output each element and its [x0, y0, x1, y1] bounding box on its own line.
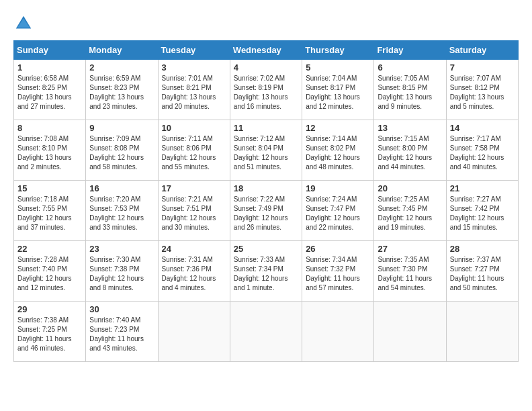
day-number: 16 — [89, 183, 154, 193]
day-number: 8 — [17, 123, 82, 133]
cell-content: Sunrise: 7:01 AMSunset: 8:21 PMDaylight:… — [162, 74, 226, 111]
calendar-cell: 4 Sunrise: 7:02 AMSunset: 8:19 PMDayligh… — [230, 60, 302, 120]
calendar-cell: 29 Sunrise: 7:38 AMSunset: 7:25 PMDaylig… — [14, 302, 86, 362]
calendar-cell: 26 Sunrise: 7:34 AMSunset: 7:32 PMDaylig… — [302, 241, 374, 302]
cell-content: Sunrise: 7:27 AMSunset: 7:42 PMDaylight:… — [450, 195, 515, 232]
day-number: 29 — [17, 304, 82, 314]
calendar-cell: 27 Sunrise: 7:35 AMSunset: 7:30 PMDaylig… — [374, 241, 446, 302]
calendar-cell: 7 Sunrise: 7:07 AMSunset: 8:12 PMDayligh… — [446, 60, 518, 120]
cell-content: Sunrise: 7:04 AMSunset: 8:17 PMDaylight:… — [306, 74, 370, 111]
cell-content: Sunrise: 7:02 AMSunset: 8:19 PMDaylight:… — [234, 74, 298, 111]
cell-content: Sunrise: 7:08 AMSunset: 8:10 PMDaylight:… — [17, 134, 82, 172]
day-number: 3 — [162, 62, 226, 73]
cell-content: Sunrise: 7:37 AMSunset: 7:27 PMDaylight:… — [450, 255, 515, 293]
calendar-table: SundayMondayTuesdayWednesdayThursdayFrid… — [13, 40, 519, 362]
logo — [13, 13, 36, 34]
cell-content: Sunrise: 7:30 AMSunset: 7:38 PMDaylight:… — [89, 255, 154, 293]
day-header: Thursday — [302, 41, 374, 60]
calendar-cell: 8 Sunrise: 7:08 AMSunset: 8:10 PMDayligh… — [14, 120, 86, 181]
day-number: 1 — [17, 62, 82, 73]
calendar-cell: 16 Sunrise: 7:20 AMSunset: 7:53 PMDaylig… — [86, 181, 158, 241]
cell-content: Sunrise: 7:33 AMSunset: 7:34 PMDaylight:… — [234, 255, 298, 293]
cell-content: Sunrise: 7:22 AMSunset: 7:49 PMDaylight:… — [234, 195, 298, 232]
cell-content: Sunrise: 6:59 AMSunset: 8:23 PMDaylight:… — [89, 74, 154, 111]
calendar-week: 22 Sunrise: 7:28 AMSunset: 7:40 PMDaylig… — [14, 241, 519, 302]
calendar-cell: 14 Sunrise: 7:17 AMSunset: 7:58 PMDaylig… — [446, 120, 518, 181]
day-header: Wednesday — [230, 41, 302, 60]
day-number: 20 — [378, 183, 442, 193]
calendar-cell — [446, 302, 518, 362]
cell-content: Sunrise: 7:20 AMSunset: 7:53 PMDaylight:… — [89, 195, 154, 232]
day-number: 6 — [378, 62, 442, 73]
page-header — [13, 13, 519, 34]
day-header: Saturday — [446, 41, 518, 60]
calendar-week: 15 Sunrise: 7:18 AMSunset: 7:55 PMDaylig… — [14, 181, 519, 241]
cell-content: Sunrise: 6:58 AMSunset: 8:25 PMDaylight:… — [17, 74, 82, 111]
calendar-cell: 1 Sunrise: 6:58 AMSunset: 8:25 PMDayligh… — [14, 60, 86, 120]
calendar-cell — [302, 302, 374, 362]
calendar-cell: 10 Sunrise: 7:11 AMSunset: 8:06 PMDaylig… — [158, 120, 230, 181]
calendar-cell — [230, 302, 302, 362]
cell-content: Sunrise: 7:38 AMSunset: 7:25 PMDaylight:… — [17, 316, 82, 353]
day-number: 26 — [306, 244, 370, 254]
day-number: 30 — [89, 304, 154, 314]
day-number: 14 — [450, 123, 515, 133]
calendar-cell — [158, 302, 230, 362]
cell-content: Sunrise: 7:18 AMSunset: 7:55 PMDaylight:… — [17, 195, 82, 232]
day-header: Sunday — [14, 41, 86, 60]
cell-content: Sunrise: 7:21 AMSunset: 7:51 PMDaylight:… — [162, 195, 226, 232]
day-number: 21 — [450, 183, 515, 193]
calendar-cell: 18 Sunrise: 7:22 AMSunset: 7:49 PMDaylig… — [230, 181, 302, 241]
calendar-cell: 6 Sunrise: 7:05 AMSunset: 8:15 PMDayligh… — [374, 60, 446, 120]
cell-content: Sunrise: 7:12 AMSunset: 8:04 PMDaylight:… — [234, 134, 298, 172]
cell-content: Sunrise: 7:40 AMSunset: 7:23 PMDaylight:… — [89, 316, 154, 353]
day-number: 28 — [450, 244, 515, 254]
calendar-cell: 17 Sunrise: 7:21 AMSunset: 7:51 PMDaylig… — [158, 181, 230, 241]
calendar-cell: 20 Sunrise: 7:25 AMSunset: 7:45 PMDaylig… — [374, 181, 446, 241]
day-number: 25 — [234, 244, 298, 254]
cell-content: Sunrise: 7:25 AMSunset: 7:45 PMDaylight:… — [378, 195, 442, 232]
calendar-cell — [374, 302, 446, 362]
day-number: 13 — [378, 123, 442, 133]
cell-content: Sunrise: 7:35 AMSunset: 7:30 PMDaylight:… — [378, 255, 442, 293]
cell-content: Sunrise: 7:17 AMSunset: 7:58 PMDaylight:… — [450, 134, 515, 172]
cell-content: Sunrise: 7:15 AMSunset: 8:00 PMDaylight:… — [378, 134, 442, 172]
calendar-cell: 21 Sunrise: 7:27 AMSunset: 7:42 PMDaylig… — [446, 181, 518, 241]
calendar-cell: 22 Sunrise: 7:28 AMSunset: 7:40 PMDaylig… — [14, 241, 86, 302]
day-number: 10 — [162, 123, 226, 133]
day-number: 4 — [234, 62, 298, 73]
day-number: 7 — [450, 62, 515, 73]
cell-content: Sunrise: 7:11 AMSunset: 8:06 PMDaylight:… — [162, 134, 226, 172]
calendar-cell: 12 Sunrise: 7:14 AMSunset: 8:02 PMDaylig… — [302, 120, 374, 181]
calendar-cell: 5 Sunrise: 7:04 AMSunset: 8:17 PMDayligh… — [302, 60, 374, 120]
cell-content: Sunrise: 7:34 AMSunset: 7:32 PMDaylight:… — [306, 255, 370, 293]
day-number: 11 — [234, 123, 298, 133]
calendar-cell: 9 Sunrise: 7:09 AMSunset: 8:08 PMDayligh… — [86, 120, 158, 181]
calendar-cell: 24 Sunrise: 7:31 AMSunset: 7:36 PMDaylig… — [158, 241, 230, 302]
day-number: 15 — [17, 183, 82, 193]
calendar-cell: 30 Sunrise: 7:40 AMSunset: 7:23 PMDaylig… — [86, 302, 158, 362]
calendar-cell: 13 Sunrise: 7:15 AMSunset: 8:00 PMDaylig… — [374, 120, 446, 181]
calendar-cell: 28 Sunrise: 7:37 AMSunset: 7:27 PMDaylig… — [446, 241, 518, 302]
cell-content: Sunrise: 7:14 AMSunset: 8:02 PMDaylight:… — [306, 134, 370, 172]
calendar-week: 29 Sunrise: 7:38 AMSunset: 7:25 PMDaylig… — [14, 302, 519, 362]
day-number: 19 — [306, 183, 370, 193]
day-number: 9 — [89, 123, 154, 133]
calendar-cell: 3 Sunrise: 7:01 AMSunset: 8:21 PMDayligh… — [158, 60, 230, 120]
cell-content: Sunrise: 7:05 AMSunset: 8:15 PMDaylight:… — [378, 74, 442, 111]
cell-content: Sunrise: 7:09 AMSunset: 8:08 PMDaylight:… — [89, 134, 154, 172]
day-number: 22 — [17, 244, 82, 254]
cell-content: Sunrise: 7:24 AMSunset: 7:47 PMDaylight:… — [306, 195, 370, 232]
day-number: 18 — [234, 183, 298, 193]
day-number: 23 — [89, 244, 154, 254]
calendar-cell: 25 Sunrise: 7:33 AMSunset: 7:34 PMDaylig… — [230, 241, 302, 302]
cell-content: Sunrise: 7:28 AMSunset: 7:40 PMDaylight:… — [17, 255, 82, 293]
calendar-cell: 11 Sunrise: 7:12 AMSunset: 8:04 PMDaylig… — [230, 120, 302, 181]
calendar-cell: 15 Sunrise: 7:18 AMSunset: 7:55 PMDaylig… — [14, 181, 86, 241]
day-header: Friday — [374, 41, 446, 60]
calendar-week: 8 Sunrise: 7:08 AMSunset: 8:10 PMDayligh… — [14, 120, 519, 181]
cell-content: Sunrise: 7:07 AMSunset: 8:12 PMDaylight:… — [450, 74, 515, 111]
day-header: Monday — [86, 41, 158, 60]
day-number: 17 — [162, 183, 226, 193]
calendar-cell: 2 Sunrise: 6:59 AMSunset: 8:23 PMDayligh… — [86, 60, 158, 120]
